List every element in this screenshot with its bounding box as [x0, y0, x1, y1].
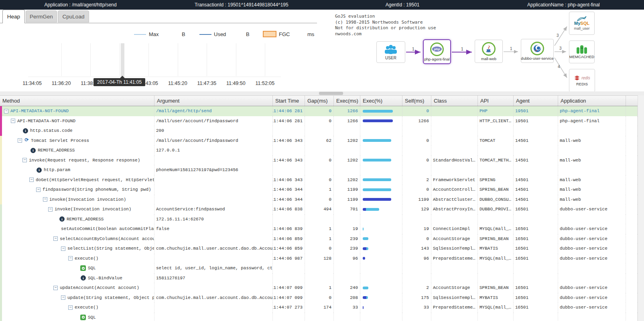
class-cell: ConnectionImpl: [431, 224, 478, 234]
exec-ms-cell: 239: [334, 244, 360, 254]
calltree-row[interactable]: −invoke(Invocation invocation)11:44:06 3…: [0, 195, 638, 205]
horizontal-scrollbar[interactable]: [0, 91, 644, 95]
collapse-icon[interactable]: −: [61, 295, 65, 300]
calltree-row[interactable]: −⟳Tomcat Servlet Process/mall/user/accou…: [0, 136, 638, 146]
vertical-scrollbar[interactable]: [638, 95, 644, 321]
column-header-application[interactable]: Application: [558, 96, 626, 106]
row-filler: [626, 303, 638, 313]
argument-cell: [154, 254, 273, 264]
agent-cell: 14501: [514, 185, 558, 195]
application-cell: dubbo-user-service: [558, 204, 626, 214]
calltree-row[interactable]: ihttp.status.code200: [0, 126, 638, 136]
node-redis[interactable]: redis REDIS: [569, 69, 595, 92]
chart-gridline: [207, 43, 207, 76]
method-cell: iREMOTE_ADDRESS: [0, 214, 154, 224]
argument-cell: [154, 195, 273, 205]
calltree-row[interactable]: −execute()11:44:07 2731743333PreparedSta…: [0, 303, 638, 313]
edge-label-dubbo-mysql: 3: [557, 33, 559, 38]
column-header-api[interactable]: API: [478, 96, 514, 106]
node-dubbo-user-service[interactable]: dubbo-user-service: [521, 39, 554, 63]
calltree-row[interactable]: ihttp.paramphoneNum=15811276197&pwd=1234…: [0, 165, 638, 175]
horizontal-scrollbar-thumb[interactable]: [319, 92, 343, 95]
column-header-agent[interactable]: Agent: [514, 96, 558, 106]
application-cell: dubbo-user-service: [558, 234, 626, 244]
row-filler: [626, 204, 638, 214]
row-filler: [626, 234, 638, 244]
calltree-row[interactable]: −invoke(Request request, Response respon…: [0, 155, 638, 166]
application-cell: [558, 273, 626, 283]
calltree-row[interactable]: −execute()11:44:06 9871289696PreparedSta…: [0, 254, 638, 264]
column-header-exec-[interactable]: Exec(%): [360, 96, 402, 106]
calltree-row[interactable]: −update(String statement, Object paracom…: [0, 293, 638, 303]
gap-ms-cell: 0: [305, 106, 334, 116]
column-header-method[interactable]: Method: [0, 96, 154, 106]
calltree-row[interactable]: iREMOTE_ADDRESS127.0.0.1: [0, 145, 638, 155]
method-name: API-METADATA-NOT-FOUND: [10, 109, 69, 113]
node-mall-web[interactable]: mall-web: [475, 40, 503, 63]
calltree-row[interactable]: −API-METADATA-NOT-FOUND/mall/user/accoun…: [0, 116, 638, 126]
start-time-cell: [273, 313, 305, 321]
column-header-start-time[interactable]: Start Time: [273, 96, 305, 106]
calltree-row[interactable]: −updateAccount(Account account)11:44:07 …: [0, 283, 638, 293]
calltree-row[interactable]: −selectAccountByColumns(Account account1…: [0, 234, 638, 244]
calltree-row[interactable]: iSQL-BindValue15811276197: [0, 273, 638, 283]
collapse-icon[interactable]: −: [43, 197, 47, 202]
node-user[interactable]: USER: [376, 41, 405, 63]
collapse-icon[interactable]: −: [36, 188, 41, 192]
info-icon: i: [81, 275, 86, 281]
row-filler: [626, 185, 638, 195]
collapse-icon[interactable]: −: [61, 246, 65, 251]
tab-cpuload[interactable]: CpuLoad: [58, 10, 89, 22]
row-filler: [626, 273, 638, 283]
edge-label-user-php: 1: [412, 47, 414, 51]
calltree-row[interactable]: −findpassword(String phoneNum, String pw…: [0, 185, 638, 195]
calltree-row[interactable]: −selectList(String statement, Objectcom.…: [0, 244, 638, 254]
memcached-icon: [576, 45, 588, 54]
column-header-gap-ms-[interactable]: Gap(ms): [305, 96, 334, 106]
column-header-class[interactable]: Class: [431, 96, 478, 106]
exec-percent-cell: [360, 303, 402, 313]
argument-cell: /mall/user/account/findpassword: [154, 136, 273, 146]
row-filler: [626, 263, 638, 273]
row-filler: [626, 165, 638, 175]
collapse-icon[interactable]: −: [68, 305, 73, 310]
column-header-self-ms-[interactable]: Self(ms): [402, 96, 431, 106]
column-header-exec-ms-[interactable]: Exec(ms): [334, 96, 360, 106]
argument-cell: select id, user_id, login_name, password…: [154, 263, 273, 273]
class-cell: [431, 116, 478, 126]
sql-icon: [80, 315, 86, 320]
start-time-cell: 11:44:06 281: [273, 106, 305, 116]
method-name: selectList(String statement, Object: [67, 246, 154, 251]
node-mysql-mall-user[interactable]: MySQL mall_user: [569, 12, 595, 35]
start-time-cell: 11:44:06 343: [273, 175, 305, 185]
calltree-row[interactable]: iREMOTE_ADDRESS172.16.11.14:62670: [0, 214, 638, 224]
collapse-icon[interactable]: −: [48, 207, 53, 212]
application-cell: dubbo-user-service: [558, 293, 626, 303]
calltree-row[interactable]: SQL: [0, 313, 638, 321]
gap-ms-cell: 174: [305, 303, 334, 313]
collapse-icon[interactable]: −: [53, 286, 58, 290]
column-header-argument[interactable]: Argument: [154, 96, 273, 106]
collapse-icon[interactable]: −: [29, 178, 34, 182]
tab-permgen[interactable]: PermGen: [26, 10, 57, 22]
row-filler: [626, 214, 638, 224]
collapse-icon[interactable]: −: [22, 158, 27, 162]
exec-percent-cell: [360, 224, 402, 234]
method-cell: −update(String statement, Object para: [0, 293, 154, 303]
node-memcached[interactable]: MEMCACHED: [569, 40, 595, 63]
collapse-icon[interactable]: −: [18, 138, 22, 143]
tab-heap[interactable]: Heap: [2, 10, 25, 23]
calltree-row[interactable]: −invoke(Invocation invocation)AccountSer…: [0, 204, 638, 214]
calltree-row[interactable]: −API-METADATA-NOT-FOUND/mall/agent/http/…: [0, 106, 638, 116]
calltree-row[interactable]: setAutoCommit(boolean autoCommitFlag)fal…: [0, 224, 638, 234]
calltree-row[interactable]: SQLselect id, user_id, login_name, passw…: [0, 263, 638, 273]
exec-percent-bar: [363, 237, 368, 240]
collapse-icon[interactable]: −: [53, 236, 58, 241]
calltree-row[interactable]: −doGet(HttpServletRequest request, HttpS…: [0, 175, 638, 185]
collapse-icon[interactable]: −: [68, 256, 73, 260]
node-php-agent-final[interactable]: php php-agent-final: [423, 39, 451, 64]
collapse-icon[interactable]: −: [11, 119, 15, 123]
self-ms-cell: 1199: [402, 195, 431, 205]
collapse-icon[interactable]: −: [4, 109, 8, 113]
edge-dubbo-redis[interactable]: [555, 58, 567, 78]
